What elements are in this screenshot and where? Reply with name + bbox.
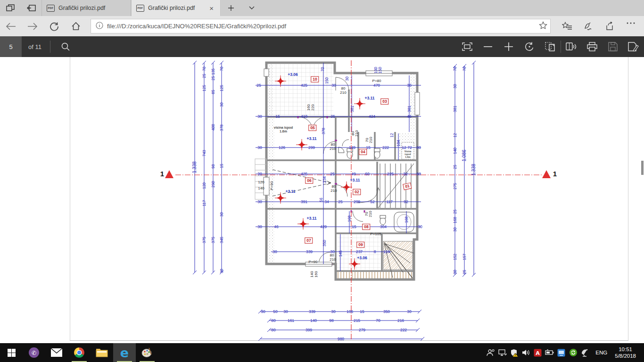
plan-label: 1.086 [462, 149, 467, 161]
plan-label: P=80 [372, 79, 381, 83]
plan-label: 1 [553, 170, 557, 177]
tab-close-icon[interactable]: × [207, 4, 215, 12]
favorite-star-icon[interactable] [539, 21, 547, 32]
address-toolbar: file:///D:/zorica/kuca/IDEJNO%20RESENJE/… [0, 16, 644, 36]
plan-label: 30 [220, 269, 224, 273]
taskbar-edge-button[interactable]: e [113, 343, 136, 362]
fit-to-page-button[interactable] [457, 42, 478, 51]
web-note-button[interactable] [578, 22, 599, 31]
volume-icon[interactable] [520, 349, 532, 356]
tab-2-active[interactable]: PDF Grafički prilozi.pdf × [131, 0, 221, 16]
security-warning-icon[interactable] [508, 349, 520, 357]
layout-icon [545, 42, 555, 51]
taskbar-mail-button[interactable] [45, 343, 68, 362]
favorites-hub-button[interactable] [556, 22, 578, 31]
address-bar[interactable]: file:///D:/zorica/kuca/IDEJNO%20RESENJE/… [91, 19, 551, 33]
plan-label: 85 [211, 90, 215, 94]
plan-label: 220 [311, 104, 315, 110]
save-as-button[interactable] [623, 42, 644, 51]
green-sync-icon[interactable] [567, 348, 579, 357]
plan-label: 30 [257, 115, 262, 119]
share-button[interactable] [599, 22, 620, 31]
site-info-icon[interactable] [96, 22, 103, 31]
print-button[interactable] [582, 42, 603, 51]
forward-button[interactable] [22, 22, 43, 31]
plan-label: P=90 [270, 181, 274, 190]
search-icon [61, 42, 70, 51]
start-button[interactable] [0, 343, 23, 362]
plan-label: 30 [453, 227, 457, 231]
refresh-button[interactable] [43, 22, 65, 31]
rotate-button[interactable] [519, 42, 540, 51]
taskbar-viber-button[interactable]: ✆ [23, 343, 45, 362]
taskbar-chrome-button[interactable] [68, 343, 91, 362]
back-button[interactable] [0, 22, 22, 31]
people-icon[interactable] [485, 349, 496, 356]
page-layout-button[interactable] [540, 42, 561, 51]
find-button[interactable] [55, 42, 76, 51]
zoom-out-button[interactable] [478, 46, 498, 48]
plan-label: 25 [453, 165, 457, 169]
plan-label: 304 [380, 225, 387, 229]
plan-label: 49 [351, 172, 355, 176]
plan-label: 399 [305, 328, 312, 332]
adobe-reader-icon[interactable]: A [532, 349, 544, 357]
plus-icon [228, 5, 234, 11]
taskbar-paint-button[interactable] [136, 343, 158, 362]
pdf-viewport[interactable]: 111.338702512574312011737513525854089829… [0, 57, 644, 343]
plan-label: 1.6m [405, 156, 410, 158]
ink-pen-icon [583, 22, 594, 30]
plan-label: 98 [211, 164, 215, 168]
print-icon [587, 42, 597, 51]
plan-label: 25 [453, 209, 457, 214]
plan-label: 50 [273, 310, 277, 314]
plan-label: 215 [354, 319, 360, 323]
plan-label: 425 [301, 83, 307, 88]
new-tab-button[interactable] [221, 0, 241, 16]
plan-label: 216 [397, 319, 404, 323]
taskbar-file-explorer-button[interactable] [91, 343, 113, 362]
set-tabs-aside-button[interactable] [21, 0, 41, 16]
plan-label: 234 [322, 176, 327, 183]
plan-label: 125 [220, 85, 224, 91]
forward-icon [27, 22, 38, 31]
more-options-button[interactable] [620, 22, 641, 31]
tab-list-button[interactable] [241, 0, 262, 16]
chevron-down-icon [249, 6, 255, 10]
plan-label: 350 [322, 240, 327, 247]
clock[interactable]: 10:51 5/8/2018 [612, 346, 642, 359]
plan-label: 34 [324, 200, 329, 204]
tab-1[interactable]: PDF Grafički prilozi.pdf [41, 0, 131, 16]
save-button [603, 42, 623, 51]
satellite-dish-icon[interactable] [579, 349, 591, 357]
plan-label: 1.6m [280, 130, 287, 133]
read-aloud-button[interactable] [561, 42, 582, 51]
page-number-input[interactable]: 5 [0, 36, 22, 57]
tab-title: Grafički prilozi.pdf [148, 5, 204, 11]
plan-label: 339 [309, 310, 315, 314]
plan-label: 25 [256, 83, 261, 88]
plan-label: 106 [347, 310, 353, 314]
plan-label: 12 [402, 146, 406, 150]
pdf-toolbar: 5 of 11 [0, 36, 644, 57]
zoom-in-button[interactable] [498, 42, 519, 51]
room-number-tag: 10 [311, 76, 319, 82]
plan-label: 25 [202, 74, 206, 78]
home-button[interactable] [65, 22, 87, 31]
paint-icon [141, 347, 153, 358]
blue-app-icon[interactable] [555, 349, 567, 357]
plan-label: 275 [453, 183, 457, 189]
battery-power-icon[interactable] [544, 349, 555, 356]
plan-label: 209 [354, 200, 360, 204]
plan-label: 12 [453, 133, 457, 137]
tab-preview-button[interactable] [0, 0, 21, 16]
network-display-icon[interactable] [496, 349, 508, 356]
plan-label: 150 [325, 77, 329, 84]
plan-label: 160 [314, 271, 318, 277]
plan-label: 378 [220, 124, 224, 131]
plan-label: 30 [418, 225, 422, 229]
language-indicator[interactable]: ENG [591, 350, 612, 355]
plan-label: 70 [321, 67, 325, 71]
plan-label: 30 [257, 146, 262, 150]
scrollbar-thumb[interactable] [641, 161, 644, 175]
